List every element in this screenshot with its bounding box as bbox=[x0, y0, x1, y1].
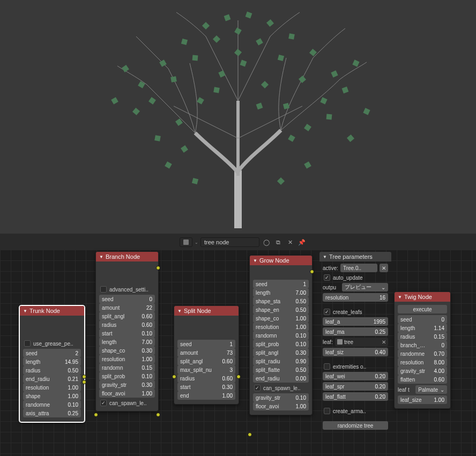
split-prop-field[interactable]: start0.30 bbox=[177, 383, 235, 391]
leaf-ma-field[interactable]: leaf_ma0.25 bbox=[323, 327, 388, 336]
split-prop-field[interactable]: max_split_nu3 bbox=[177, 365, 235, 374]
grow-prop-field[interactable]: shape_en0.50 bbox=[253, 305, 309, 314]
twig-prop-field[interactable]: flatten0.60 bbox=[398, 375, 447, 384]
can-spawn-leaves-checkbox[interactable]: can_spawn_le.. bbox=[99, 399, 155, 407]
leaf-wei-field[interactable]: leaf_wei0.20 bbox=[323, 372, 388, 380]
branch-prop-field[interactable]: length7.00 bbox=[99, 338, 155, 346]
panel-header[interactable]: Tree parameters bbox=[319, 252, 391, 261]
shield-icon[interactable]: ◯ bbox=[262, 237, 271, 247]
grow-prop-field[interactable]: gravity_str0.10 bbox=[253, 393, 309, 402]
twig-prop-field[interactable]: seed0 bbox=[398, 315, 447, 324]
leaf-object-picker[interactable]: tree✕ bbox=[335, 338, 388, 346]
leaf-size-field[interactable]: leaf_size1.00 bbox=[398, 395, 447, 404]
output-mode-select[interactable]: プレビュー bbox=[342, 283, 388, 291]
output-socket[interactable] bbox=[82, 375, 86, 379]
output-socket[interactable] bbox=[156, 266, 160, 270]
trunk-prop-field[interactable]: radius0.50 bbox=[23, 366, 81, 375]
grow-prop-field[interactable]: split_flatte0.50 bbox=[253, 365, 309, 374]
twig-prop-field[interactable]: randomne0.70 bbox=[398, 349, 447, 358]
grow-prop-field[interactable]: split_prob0.10 bbox=[253, 340, 309, 348]
grow-prop-field[interactable]: seed1 bbox=[253, 280, 309, 288]
node-header[interactable]: Grow Node bbox=[250, 256, 312, 265]
grow-prop-field[interactable]: split_angl0.30 bbox=[253, 348, 309, 357]
branch-prop-field[interactable]: split_prob0.10 bbox=[99, 372, 155, 380]
trunk-prop-field[interactable]: seed2 bbox=[23, 349, 81, 357]
trunk-prop-field[interactable]: resolution1.00 bbox=[23, 383, 81, 392]
branch-prop-field[interactable]: split_angl0.60 bbox=[99, 312, 155, 320]
resolution-field[interactable]: resolution16 bbox=[323, 293, 388, 302]
split-prop-field[interactable]: radius0.60 bbox=[177, 374, 235, 383]
node-editor[interactable]: Trunk Node use_grease_pe.. seed2length14… bbox=[0, 250, 476, 456]
split-node[interactable]: Split Node seed1amount73split_angl0.60ma… bbox=[174, 305, 239, 405]
branch-prop-field[interactable]: amount22 bbox=[99, 303, 155, 312]
split-prop-field[interactable]: split_angl0.60 bbox=[177, 357, 235, 365]
trunk-prop-field[interactable]: length14.95 bbox=[23, 357, 81, 366]
branch-node[interactable]: Branch Node advanced_setti.. seed0amount… bbox=[95, 251, 159, 412]
grow-prop-field[interactable]: randomn0.10 bbox=[253, 331, 309, 340]
grow-prop-field[interactable]: shape_sta0.50 bbox=[253, 297, 309, 305]
use-grease-pencil-checkbox[interactable]: use_grease_pe.. bbox=[23, 340, 81, 347]
execute-button[interactable]: execute bbox=[398, 305, 447, 313]
grow-prop-field[interactable]: end_radiu0.00 bbox=[253, 374, 309, 383]
trunk-node[interactable]: Trunk Node use_grease_pe.. seed2length14… bbox=[19, 305, 85, 422]
node-header[interactable]: Trunk Node bbox=[20, 306, 84, 316]
trunk-prop-field[interactable]: axis_attra0.25 bbox=[23, 409, 81, 417]
leaf-type-select[interactable]: Palmate bbox=[415, 385, 447, 394]
close-icon[interactable]: ✕ bbox=[285, 237, 295, 247]
advanced-settings-checkbox[interactable]: advanced_setti.. bbox=[99, 286, 155, 293]
clear-active-button[interactable]: ✕ bbox=[380, 264, 388, 272]
twig-prop-field[interactable]: branch_num0 bbox=[398, 341, 447, 349]
randomize-tree-button[interactable]: randomize tree bbox=[323, 421, 388, 430]
trunk-prop-field[interactable]: randomne0.10 bbox=[23, 400, 81, 409]
leaf-a-field[interactable]: leaf_a1995 bbox=[323, 317, 388, 326]
twig-prop-field[interactable]: radius0.15 bbox=[398, 332, 447, 341]
node-header[interactable]: Branch Node bbox=[96, 252, 158, 261]
output-socket[interactable] bbox=[156, 413, 160, 417]
branch-prop-field[interactable]: randomn0.15 bbox=[99, 363, 155, 372]
auto-update-checkbox[interactable]: auto_update bbox=[323, 274, 388, 281]
leaf-siz-field[interactable]: leaf_siz0.40 bbox=[323, 348, 388, 356]
input-socket[interactable] bbox=[94, 413, 98, 417]
split-prop-field[interactable]: seed1 bbox=[177, 340, 235, 348]
extremities-checkbox[interactable]: extremities o.. bbox=[323, 363, 388, 370]
twig-prop-field[interactable]: resolution8.00 bbox=[398, 358, 447, 367]
grow-prop-field[interactable]: resolution1.00 bbox=[253, 323, 309, 331]
output-socket[interactable] bbox=[236, 375, 241, 379]
trunk-prop-field[interactable]: shape1.00 bbox=[23, 392, 81, 400]
can-spawn-leaves-checkbox[interactable]: can_spawn_le.. bbox=[253, 384, 309, 392]
create-leafs-checkbox[interactable]: create_leafs bbox=[323, 308, 388, 316]
grow-prop-field[interactable]: floor_avoi1.00 bbox=[253, 402, 309, 410]
input-socket[interactable] bbox=[172, 375, 176, 379]
split-prop-field[interactable]: amount73 bbox=[177, 348, 235, 357]
output-socket[interactable] bbox=[82, 380, 86, 384]
branch-prop-field[interactable]: resolution1.00 bbox=[99, 355, 155, 363]
viewport-3d[interactable] bbox=[0, 0, 476, 234]
node-header[interactable]: Twig Node bbox=[395, 292, 450, 302]
grow-prop-field[interactable]: split_radiu0.90 bbox=[253, 357, 309, 365]
split-prop-field[interactable]: end1.00 bbox=[177, 391, 235, 400]
twig-node[interactable]: Twig Node execute seed0length1.14radius0… bbox=[394, 291, 451, 409]
leaf-spr-field[interactable]: leaf_spr0.20 bbox=[323, 382, 388, 391]
node-header[interactable]: Split Node bbox=[174, 306, 239, 316]
input-socket[interactable] bbox=[248, 432, 252, 437]
trunk-prop-field[interactable]: end_radiu0.21 bbox=[23, 375, 81, 383]
branch-prop-field[interactable]: radius0.60 bbox=[99, 320, 155, 329]
node-editor-type-dropdown[interactable] bbox=[180, 237, 192, 247]
branch-prop-field[interactable]: shape_co0.30 bbox=[99, 346, 155, 355]
close-icon[interactable]: ✕ bbox=[382, 339, 386, 345]
grow-prop-field[interactable]: length7.00 bbox=[253, 288, 309, 297]
copy-icon[interactable]: ⧉ bbox=[273, 237, 283, 247]
twig-prop-field[interactable]: length1.14 bbox=[398, 324, 447, 332]
branch-prop-field[interactable]: start0.10 bbox=[99, 329, 155, 338]
create-armature-checkbox[interactable]: create_arma.. bbox=[323, 407, 388, 415]
node-group-name-input[interactable] bbox=[200, 237, 259, 247]
output-socket[interactable] bbox=[310, 270, 314, 274]
grow-prop-field[interactable]: shape_co1.00 bbox=[253, 314, 309, 323]
leaf-flatt-field[interactable]: leaf_flatt0.20 bbox=[323, 392, 388, 401]
branch-prop-field[interactable]: floor_avoi1.00 bbox=[99, 389, 155, 398]
branch-prop-field[interactable]: seed0 bbox=[99, 295, 155, 303]
pin-icon[interactable]: 📌 bbox=[297, 237, 307, 247]
grow-node[interactable]: Grow Node seed1length7.00shape_sta0.50sh… bbox=[249, 255, 313, 415]
branch-prop-field[interactable]: gravity_str0.30 bbox=[99, 380, 155, 389]
twig-prop-field[interactable]: gravity_str4.00 bbox=[398, 367, 447, 375]
